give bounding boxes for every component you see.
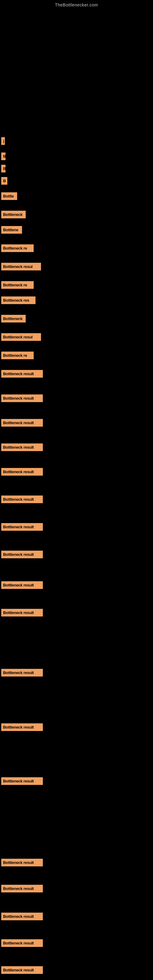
result-item-8: Bottleneck re (1, 244, 33, 252)
bottleneck-result-label: Bottleneck result (1, 581, 43, 589)
bottleneck-result-label: Bottleneck result (1, 419, 43, 426)
result-item-10: Bottleneck re (1, 281, 33, 289)
result-item-18: Bottleneck result (1, 444, 43, 451)
bottleneck-result-label: Bottleneck result (1, 495, 43, 503)
bottleneck-result-label: Bottleneck res (1, 296, 35, 304)
result-item-31: Bottleneck result (1, 939, 43, 947)
result-item-27: Bottleneck result (1, 777, 43, 785)
bottleneck-result-label: Bottleneck re (1, 244, 33, 252)
result-item-16: Bottleneck result (1, 395, 43, 402)
result-item-13: Bottleneck resul (1, 333, 41, 341)
bottleneck-result-label: Bottleneck result (1, 468, 43, 476)
bottleneck-result-label: | (1, 137, 5, 145)
result-item-11: Bottleneck res (1, 296, 35, 304)
bottleneck-result-label: Bottleneck re (1, 352, 33, 359)
result-item-21: Bottleneck result (1, 523, 43, 531)
bottleneck-result-label: B (1, 177, 7, 185)
bottleneck-result-label: Bottleneck result (1, 939, 43, 947)
result-item-25: Bottleneck result (1, 669, 43, 676)
site-title: TheBottlenecker.com (0, 0, 153, 9)
result-item-6: Bottleneck (1, 211, 26, 218)
result-item-14: Bottleneck re (1, 352, 33, 359)
bottleneck-result-label: Bottleneck result (1, 444, 43, 451)
result-item-30: Bottleneck result (1, 913, 43, 920)
result-item-2: B (1, 153, 5, 160)
bottleneck-result-label: Bottleneck (1, 211, 26, 218)
bottleneck-result-label: Bottleneck result (1, 669, 43, 676)
bottleneck-result-label: Bottleneck result (1, 885, 43, 892)
result-item-4: B (1, 177, 7, 185)
result-item-29: Bottleneck result (1, 885, 43, 892)
bottleneck-result-label: Bottle (1, 192, 17, 200)
results-container: |BBBBottleBottleneckBottleneBottleneck r… (0, 9, 153, 973)
result-item-26: Bottleneck result (1, 723, 43, 731)
result-item-19: Bottleneck result (1, 468, 43, 476)
result-item-1: | (1, 137, 5, 145)
bottleneck-result-label: Bottleneck result (1, 777, 43, 785)
result-item-5: Bottle (1, 192, 17, 200)
bottleneck-result-label: B (1, 153, 5, 160)
result-item-9: Bottleneck resul (1, 263, 41, 270)
result-item-32: Bottleneck result (1, 966, 43, 974)
bottleneck-result-label: Bottleneck resul (1, 263, 41, 270)
result-item-17: Bottleneck result (1, 419, 43, 426)
result-item-23: Bottleneck result (1, 581, 43, 589)
bottleneck-result-label: Bottleneck result (1, 966, 43, 974)
bottleneck-result-label: Bottleneck result (1, 550, 43, 558)
bottleneck-result-label: B (1, 165, 5, 172)
bottleneck-result-label: Bottleneck result (1, 913, 43, 920)
result-item-24: Bottleneck result (1, 609, 43, 616)
result-item-7: Bottlene (1, 226, 22, 234)
bottleneck-result-label: Bottleneck result (1, 395, 43, 402)
result-item-12: Bottleneck (1, 315, 26, 323)
bottleneck-result-label: Bottleneck result (1, 723, 43, 731)
bottleneck-result-label: Bottleneck result (1, 370, 43, 378)
bottleneck-result-label: Bottleneck (1, 315, 26, 323)
bottleneck-result-label: Bottleneck result (1, 609, 43, 616)
bottleneck-result-label: Bottleneck result (1, 523, 43, 531)
result-item-3: B (1, 165, 5, 172)
bottleneck-result-label: Bottleneck re (1, 281, 33, 289)
result-item-20: Bottleneck result (1, 495, 43, 503)
bottleneck-result-label: Bottlene (1, 226, 22, 234)
result-item-15: Bottleneck result (1, 370, 43, 378)
result-item-22: Bottleneck result (1, 550, 43, 558)
bottleneck-result-label: Bottleneck resul (1, 333, 41, 341)
result-item-28: Bottleneck result (1, 859, 43, 866)
bottleneck-result-label: Bottleneck result (1, 859, 43, 866)
site-title-bar: TheBottlenecker.com (0, 0, 153, 9)
